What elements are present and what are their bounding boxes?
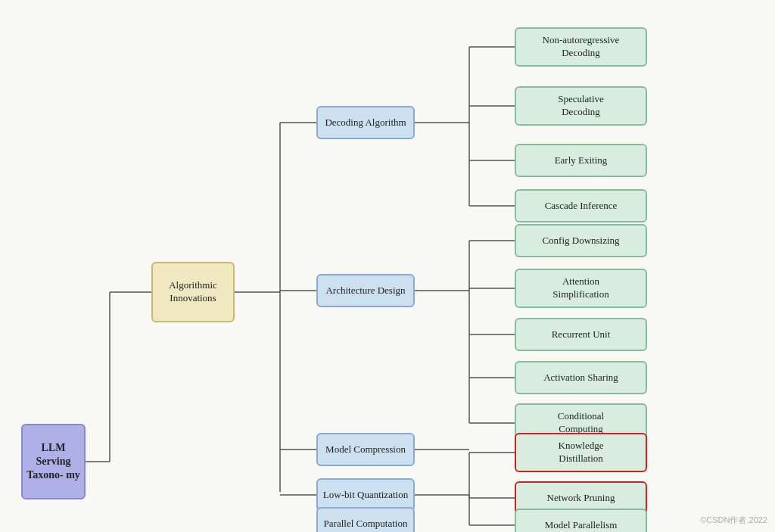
leaf-attnsimp-label: AttentionSimplification [552, 275, 608, 301]
leaf-actsharing: Activation Sharing [515, 361, 647, 394]
leaf-configdown-label: Config Downsizing [542, 235, 619, 247]
node-parallel: Parallel Computation [316, 507, 415, 532]
leaf-cascade-label: Cascade Inference [545, 200, 618, 213]
leaf-speculative: SpeculativeDecoding [515, 86, 647, 126]
leaf-nonauto: Non-autoregressiveDecoding [515, 27, 647, 67]
leaf-parallelism-label: Model Parallelism [545, 519, 618, 532]
leaf-earlyexit: Early Exiting [515, 144, 647, 177]
leaf-nonauto-label: Non-autoregressiveDecoding [543, 34, 620, 60]
node-llm: LLM Serving Taxono- my [21, 424, 86, 499]
watermark: ©CSDN作者,2022 [700, 515, 767, 526]
node-compression: Model Compression [316, 433, 415, 466]
leaf-recurrent-label: Recurrent Unit [552, 328, 611, 341]
node-decoding: Decoding Algorithm [316, 106, 415, 139]
leaf-actsharing-label: Activation Sharing [543, 372, 618, 384]
leaf-knowledge-label: KnowledgeDistillation [559, 440, 604, 465]
node-algo-label: AlgorithmicInnovations [169, 279, 217, 305]
node-decoding-label: Decoding Algorithm [325, 117, 406, 129]
node-lowbit-label: Low-bit Quantization [323, 489, 408, 502]
node-algo: AlgorithmicInnovations [151, 262, 235, 322]
node-arch: Architecture Design [316, 274, 415, 307]
leaf-cascade: Cascade Inference [515, 189, 647, 222]
leaf-recurrent: Recurrent Unit [515, 318, 647, 351]
leaf-attnsimp: AttentionSimplification [515, 269, 647, 308]
leaf-parallelism: Model Parallelism [515, 509, 647, 532]
watermark-text: ©CSDN作者,2022 [700, 515, 767, 524]
leaf-pruning-label: Network Pruning [547, 492, 615, 505]
leaf-conditional-label: ConditionalComputing [558, 410, 604, 436]
diagram-container: LLM Serving Taxono- my AlgorithmicInnova… [0, 0, 775, 532]
leaf-earlyexit-label: Early Exiting [555, 154, 608, 167]
node-arch-label: Architecture Design [325, 285, 405, 297]
node-compression-label: Model Compression [325, 443, 406, 456]
node-parallel-label: Parallel Computation [324, 518, 408, 530]
leaf-knowledge: KnowledgeDistillation [515, 433, 647, 472]
leaf-speculative-label: SpeculativeDecoding [558, 93, 604, 119]
leaf-configdown: Config Downsizing [515, 224, 647, 257]
node-llm-label: LLM Serving Taxono- my [23, 441, 84, 483]
